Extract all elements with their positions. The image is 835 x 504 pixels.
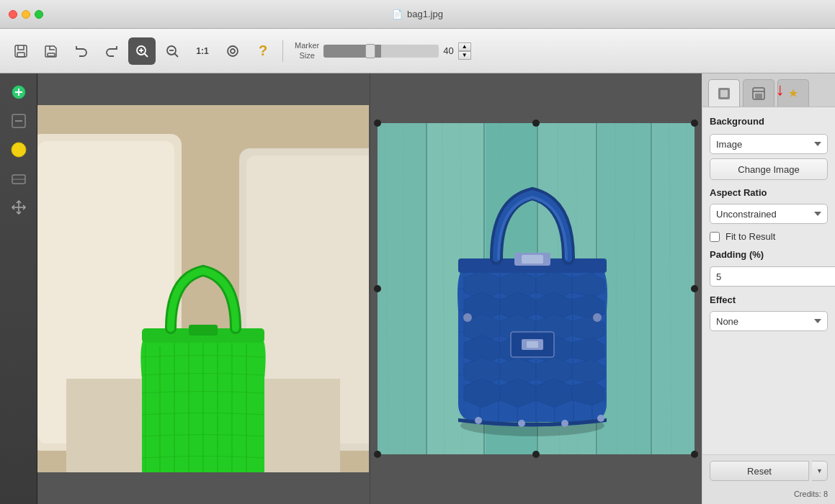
- svg-rect-1: [17, 53, 24, 57]
- maximize-button[interactable]: [35, 10, 43, 19]
- fit-to-result-row: Fit to Result: [710, 231, 828, 242]
- svg-line-6: [145, 53, 148, 57]
- change-image-button[interactable]: Change Image: [710, 158, 828, 180]
- effect-section: Effect None Shadow Blur Glow: [710, 294, 828, 331]
- marker-size-slider[interactable]: [323, 45, 439, 58]
- svg-point-17: [12, 143, 26, 157]
- help-button[interactable]: ?: [249, 37, 277, 65]
- panel-content: Background Image None Color Gradient Cha…: [702, 107, 835, 454]
- red-arrow-indicator: ↓: [776, 79, 785, 99]
- result-image-panel: [370, 73, 702, 504]
- result-image: [378, 123, 695, 454]
- zoom-fit-button[interactable]: [219, 37, 246, 65]
- marker-size-decrement[interactable]: ▼: [458, 51, 471, 60]
- original-image-container: [37, 105, 369, 472]
- right-sidebar: ↓ ★ Background: [702, 73, 835, 504]
- padding-input[interactable]: [710, 266, 835, 287]
- padding-section: Padding (%) ▲ ▼: [710, 249, 828, 287]
- subtract-tool-button[interactable]: [6, 108, 32, 134]
- reset-button[interactable]: Reset: [710, 461, 809, 481]
- padding-input-row: ▲ ▼: [710, 266, 828, 287]
- zoom-reset-button[interactable]: 1:1: [189, 37, 216, 65]
- effect-label: Effect: [710, 294, 828, 305]
- marker-size-value: 40: [443, 45, 453, 56]
- redo-button[interactable]: [98, 37, 125, 65]
- aspect-ratio-label: Aspect Ratio: [710, 187, 828, 198]
- marker-size-increment[interactable]: ▲: [458, 42, 471, 51]
- padding-label: Padding (%): [710, 249, 828, 260]
- svg-point-62: [593, 313, 602, 322]
- file-icon: 📄: [392, 9, 403, 19]
- background-section: Background Image None Color Gradient Cha…: [710, 116, 828, 180]
- add-tool-button[interactable]: [6, 79, 32, 105]
- canvas-area: [37, 73, 702, 504]
- title-bar: 📄 bag1.jpg: [0, 0, 835, 29]
- marker-size-label: MarkerSize: [295, 41, 319, 60]
- marker-size-stepper: ▲ ▼: [458, 42, 471, 60]
- svg-point-64: [518, 420, 525, 427]
- handle-top-right[interactable]: [691, 120, 698, 127]
- svg-point-65: [561, 420, 568, 427]
- close-button[interactable]: [9, 10, 17, 19]
- svg-rect-2: [48, 53, 55, 56]
- marker-size-group: MarkerSize 40 ▲ ▼: [295, 41, 471, 60]
- svg-rect-31: [378, 123, 427, 454]
- handle-top-left[interactable]: [374, 120, 381, 127]
- zoom-out-button[interactable]: [158, 37, 186, 65]
- svg-rect-29: [189, 325, 218, 336]
- handle-bottom-right[interactable]: [691, 451, 698, 458]
- erase-tool-button[interactable]: [6, 166, 32, 192]
- undo-button[interactable]: [68, 37, 95, 65]
- svg-point-10: [228, 46, 238, 56]
- foreground-color-button[interactable]: [6, 137, 32, 163]
- svg-point-11: [231, 49, 235, 53]
- minimize-button[interactable]: [22, 10, 30, 19]
- fit-to-result-label: Fit to Result: [725, 231, 775, 242]
- reset-dropdown-button[interactable]: ▼: [812, 461, 828, 481]
- handle-bottom-left[interactable]: [374, 451, 381, 458]
- svg-point-61: [463, 313, 472, 322]
- background-section-label: Background: [710, 116, 828, 127]
- aspect-ratio-section: Aspect Ratio Unconstrained Original 1:1 …: [710, 187, 828, 224]
- handle-top-center[interactable]: [532, 120, 540, 127]
- svg-rect-68: [720, 90, 728, 97]
- svg-point-63: [475, 417, 482, 424]
- tab-bar: ★: [702, 73, 835, 107]
- original-image: [37, 105, 369, 472]
- zoom-in-button[interactable]: [128, 37, 156, 65]
- credits-text: Credits: 8: [794, 490, 828, 498]
- svg-rect-57: [522, 255, 543, 264]
- handle-middle-left[interactable]: [374, 285, 381, 292]
- svg-rect-41: [653, 123, 695, 454]
- fit-to-result-checkbox[interactable]: [710, 232, 720, 242]
- original-image-panel: [37, 73, 370, 504]
- bottom-bar: Reset ▼: [702, 454, 835, 487]
- main-layout: ↓ ★ Background: [0, 73, 835, 504]
- svg-rect-60: [527, 341, 538, 348]
- left-sidebar: [0, 73, 37, 504]
- move-tool-button[interactable]: [6, 194, 32, 220]
- handle-middle-right[interactable]: [691, 285, 698, 292]
- window-controls: [9, 10, 43, 19]
- svg-rect-71: [755, 94, 762, 99]
- svg-line-9: [175, 53, 179, 57]
- tab-output[interactable]: [743, 79, 774, 107]
- save-workspace-button[interactable]: [7, 37, 35, 65]
- window-title: 📄 bag1.jpg: [392, 9, 443, 19]
- background-type-dropdown[interactable]: Image None Color Gradient: [710, 134, 828, 154]
- save-button[interactable]: [37, 37, 65, 65]
- handle-bottom-center[interactable]: [532, 451, 540, 458]
- toolbar-separator: [282, 40, 283, 62]
- credits-bar: Credits: 8: [702, 487, 835, 504]
- toolbar: 1:1 ? MarkerSize 40 ▲ ▼: [0, 29, 835, 73]
- result-image-container: [378, 123, 695, 454]
- effect-dropdown[interactable]: None Shadow Blur Glow: [710, 311, 828, 331]
- svg-point-66: [597, 415, 604, 422]
- aspect-ratio-dropdown[interactable]: Unconstrained Original 1:1 4:3 16:9: [710, 204, 828, 224]
- window-title-text: bag1.jpg: [407, 9, 443, 19]
- tab-background[interactable]: [708, 79, 740, 107]
